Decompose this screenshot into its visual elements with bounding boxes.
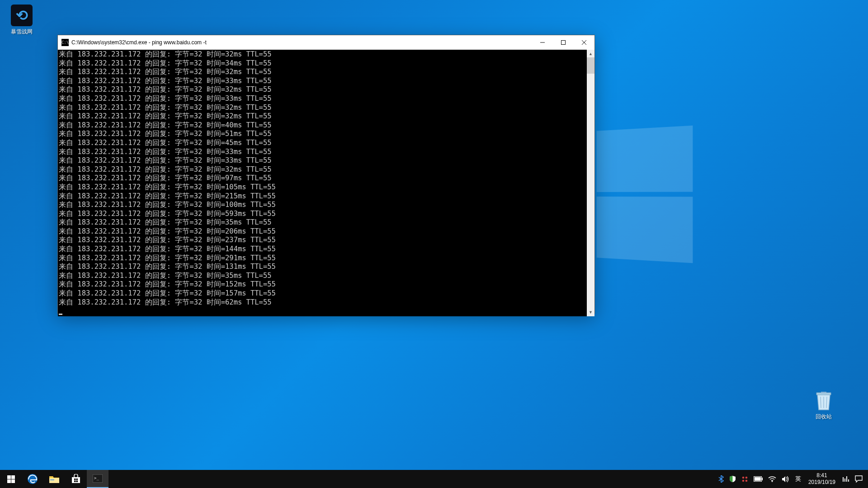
- svg-rect-1: [561, 41, 566, 45]
- scrollbar[interactable]: ▲ ▼: [587, 50, 594, 316]
- taskbar: >_ 英 8:41 2019/10/19: [0, 470, 868, 488]
- svg-rect-7: [11, 479, 15, 483]
- edge-icon: [27, 474, 38, 484]
- scroll-down-button[interactable]: ▼: [587, 309, 594, 316]
- svg-rect-9: [49, 478, 59, 483]
- svg-rect-14: [76, 481, 78, 483]
- cmd-icon: C:\: [61, 39, 69, 46]
- svg-point-19: [742, 479, 745, 482]
- scroll-up-button[interactable]: ▲: [587, 50, 594, 57]
- svg-point-20: [745, 479, 748, 482]
- recycle-bin-icon: [813, 389, 835, 411]
- scroll-track[interactable]: [587, 57, 594, 309]
- svg-rect-12: [76, 479, 78, 480]
- taskbar-app-cmd[interactable]: >_: [87, 470, 108, 488]
- desktop-icon-label: 暴雪战网: [5, 28, 39, 36]
- tray-extra-icon[interactable]: [840, 470, 852, 488]
- tray-ime-indicator[interactable]: 英: [792, 470, 804, 488]
- svg-rect-10: [50, 479, 54, 480]
- taskbar-app-store[interactable]: [65, 470, 87, 488]
- clock-date: 2019/10/19: [808, 479, 835, 486]
- svg-rect-13: [74, 481, 76, 483]
- svg-rect-5: [11, 475, 15, 479]
- tray-battery-icon[interactable]: [751, 470, 765, 488]
- titlebar[interactable]: C:\ C:\Windows\system32\cmd.exe - ping w…: [58, 35, 594, 50]
- svg-point-24: [772, 481, 773, 482]
- start-button[interactable]: [0, 470, 22, 488]
- tray-volume-icon[interactable]: [779, 470, 792, 488]
- tray-security-icon[interactable]: [726, 470, 739, 488]
- scroll-thumb[interactable]: [587, 57, 594, 74]
- window-title: C:\Windows\system32\cmd.exe - ping www.b…: [71, 39, 532, 46]
- tray-app-icon[interactable]: [739, 470, 751, 488]
- minimize-button[interactable]: [532, 35, 553, 50]
- tray-bluetooth-icon[interactable]: [716, 470, 726, 488]
- folder-icon: [49, 474, 60, 484]
- clock-time: 8:41: [808, 472, 835, 479]
- store-icon: [71, 474, 81, 484]
- svg-rect-11: [74, 479, 76, 480]
- maximize-button[interactable]: [553, 35, 574, 50]
- svg-point-17: [742, 476, 745, 479]
- svg-point-18: [745, 476, 748, 479]
- tray-wifi-icon[interactable]: [765, 470, 779, 488]
- cmd-window: C:\ C:\Windows\system32\cmd.exe - ping w…: [57, 35, 595, 314]
- svg-text:>_: >_: [94, 476, 99, 480]
- taskbar-clock[interactable]: 8:41 2019/10/19: [804, 472, 840, 486]
- desktop[interactable]: ⟲ 暴雪战网 回收站 C:\ C:\Windows\system32\cmd.e…: [0, 0, 868, 470]
- svg-rect-6: [7, 479, 11, 483]
- desktop-icon-blizzard[interactable]: ⟲ 暴雪战网: [5, 5, 39, 36]
- taskbar-app-edge[interactable]: [22, 470, 43, 488]
- close-button[interactable]: [574, 35, 594, 50]
- terminal-icon: >_: [93, 474, 103, 483]
- taskbar-app-file-explorer[interactable]: [43, 470, 65, 488]
- blizzard-icon: ⟲: [11, 5, 33, 26]
- desktop-icon-recycle-bin[interactable]: 回收站: [807, 389, 841, 421]
- desktop-icon-label: 回收站: [807, 413, 841, 421]
- svg-rect-4: [7, 475, 11, 479]
- tray-action-center-icon[interactable]: [852, 470, 865, 488]
- windows-logo-icon: [7, 475, 15, 483]
- cmd-output[interactable]: 来自 183.232.231.172 的回复: 字节=32 时间=32ms TT…: [58, 50, 587, 316]
- svg-rect-22: [762, 478, 763, 480]
- svg-rect-23: [755, 477, 761, 481]
